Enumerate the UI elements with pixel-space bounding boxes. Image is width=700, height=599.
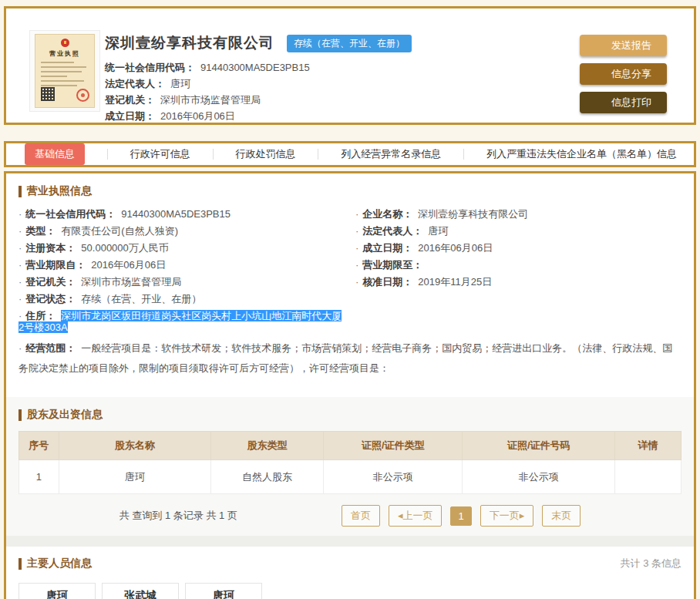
info-value: 2019年11月25日 — [418, 276, 492, 288]
column-header-detail: 详情 — [615, 432, 681, 460]
info-item-legal-rep: ·法定代表人：唐珂 — [355, 225, 681, 237]
license-title: 营业执照 — [35, 49, 94, 58]
section-title-text: 营业执照信息 — [27, 184, 92, 198]
info-item-establish-date: ·成立日期：2016年06月06日 — [355, 242, 681, 254]
bullet-icon: · — [355, 259, 358, 271]
person-card[interactable]: 张武城 监事 — [102, 583, 179, 599]
person-name: 唐珂 — [186, 589, 261, 599]
info-value: 50.000000万人民币 — [81, 242, 168, 254]
cell-shareholder-name: 唐珂 — [59, 460, 211, 494]
key-people-count: 共计 3 条信息 — [621, 557, 681, 570]
business-license-thumbnail: 营业执照 — [29, 30, 100, 112]
tab-divider — [213, 149, 214, 160]
person-card[interactable]: 唐珂 总经理 — [19, 583, 96, 599]
bullet-icon: · — [19, 310, 22, 321]
info-label: 法定代表人： — [362, 225, 422, 237]
bullet-icon: · — [355, 276, 358, 288]
field-label: 统一社会信用代码： — [105, 62, 195, 73]
info-value: 有限责任公司(自然人独资) — [61, 225, 178, 237]
shareholders-section: 股东及出资信息 序号 股东名称 股东类型 证照/证件类型 证照/证件号码 详情 — [6, 397, 694, 536]
info-item-company-type: ·类型：有限责任公司(自然人独资) — [19, 225, 345, 237]
tab-bar: 基础信息 行政许可信息 行政处罚信息 列入经营异常名录信息 列入严重违法失信企业… — [4, 141, 696, 167]
qr-code-icon — [41, 87, 55, 101]
share-info-button[interactable]: 信息分享 — [580, 63, 667, 85]
tab-serious-violation-blacklist[interactable]: 列入严重违法失信企业名单（黑名单）信息 — [486, 147, 677, 161]
tab-divider — [318, 149, 318, 160]
section-bar-icon — [19, 558, 22, 570]
key-people-cards: 唐珂 总经理 张武城 监事 唐珂 执行董事 — [19, 583, 681, 599]
info-item-term-from: ·营业期限自：2016年06月06日 — [19, 259, 345, 271]
column-header-shareholder-type: 股东类型 — [211, 432, 324, 460]
info-item-registry: ·登记机关：深圳市市场监督管理局 — [19, 276, 345, 288]
bullet-icon: · — [19, 276, 22, 288]
field-value: 91440300MA5DE3PB15 — [200, 62, 310, 73]
cell-cert-type: 非公示项 — [324, 460, 463, 494]
info-value: 2016年06月06日 — [418, 242, 493, 254]
cell-detail — [615, 460, 681, 494]
pagination: 共 查询到 1 条记录 共 1 页 首页 ◂上一页 1 下一页▸ 末页 — [19, 505, 681, 527]
bullet-icon: · — [19, 242, 22, 254]
tab-basic-info[interactable]: 基础信息 — [25, 143, 85, 165]
section-title-shareholders: 股东及出资信息 — [19, 408, 681, 422]
cell-shareholder-type: 自然人股东 — [211, 460, 324, 494]
last-page-button[interactable]: 末页 — [542, 505, 581, 527]
info-label: 统一社会信用代码： — [25, 208, 116, 220]
bullet-icon: · — [19, 208, 22, 220]
info-item-credit-code: ·统一社会信用代码：91440300MA5DE3PB15 — [19, 208, 345, 220]
info-value: 唐珂 — [428, 225, 448, 237]
red-seal-icon — [76, 89, 89, 102]
bullet-icon: · — [355, 208, 358, 220]
section-title-text: 主要人员信息 — [27, 557, 92, 570]
info-value: 一般经营项目是：软件技术研发；软件技术服务；市场营销策划；经营电子商务；国内贸易… — [19, 342, 672, 374]
pagination-buttons: 首页 ◂上一页 1 下一页▸ 末页 — [342, 505, 581, 527]
bullet-icon: · — [19, 259, 22, 271]
next-page-button[interactable]: 下一页▸ — [480, 505, 534, 527]
header-actions: 发送报告 信息分享 信息打印 — [580, 35, 667, 113]
section-divider — [6, 536, 694, 547]
table-row: 1 唐珂 自然人股东 非公示项 非公示项 — [19, 460, 681, 494]
table-header-row: 序号 股东名称 股东类型 证照/证件类型 证照/证件号码 详情 — [19, 432, 681, 460]
status-badge: 存续（在营、开业、在册） — [287, 35, 412, 52]
prev-page-button[interactable]: ◂上一页 — [389, 505, 443, 527]
info-label: 核准日期： — [362, 276, 412, 288]
info-item-approval-date: ·核准日期：2019年11月25日 — [355, 276, 681, 288]
column-header-cert-number: 证照/证件号码 — [463, 432, 615, 460]
person-name: 唐珂 — [19, 589, 95, 599]
cell-cert-number: 非公示项 — [463, 460, 615, 494]
column-header-index: 序号 — [19, 432, 59, 460]
license-info-grid: ·统一社会信用代码：91440300MA5DE3PB15 ·企业名称：深圳壹纷享… — [19, 208, 681, 379]
tab-abnormal-operation-list[interactable]: 列入经营异常名录信息 — [341, 147, 441, 161]
info-value: 91440300MA5DE3PB15 — [121, 208, 231, 220]
tab-divider — [107, 149, 108, 160]
info-item-registration-status: ·登记状态：存续（在营、开业、在册） — [19, 293, 345, 305]
info-item-registered-capital: ·注册资本：50.000000万人民币 — [19, 242, 345, 254]
info-item-company-name: ·企业名称：深圳壹纷享科技有限公司 — [355, 208, 681, 220]
tab-administrative-licensing[interactable]: 行政许可信息 — [130, 147, 190, 161]
info-item-address: ·住所：深圳市龙岗区坂田街道岗头社区岗头村上小坑山地江南时代大厦2号楼303A — [19, 310, 345, 333]
record-summary: 共 查询到 1 条记录 共 1 页 — [119, 509, 237, 523]
tab-administrative-penalty[interactable]: 行政处罚信息 — [236, 147, 296, 161]
person-card[interactable]: 唐珂 执行董事 — [185, 583, 262, 599]
first-page-button[interactable]: 首页 — [342, 505, 380, 527]
info-item-term-to: ·营业期限至： — [355, 259, 681, 271]
send-report-button[interactable]: 发送报告 — [580, 35, 667, 56]
current-page-button[interactable]: 1 — [450, 506, 471, 526]
column-header-cert-type: 证照/证件类型 — [324, 432, 463, 460]
bullet-icon: · — [19, 342, 22, 354]
info-item-business-scope: ·经营范围：一般经营项目是：软件技术研发；软件技术服务；市场营销策划；经营电子商… — [19, 338, 681, 379]
field-label: 登记机关： — [105, 94, 155, 106]
info-label: 成立日期： — [362, 242, 412, 254]
column-header-shareholder-name: 股东名称 — [59, 432, 211, 460]
bullet-icon: · — [355, 225, 358, 237]
section-title-text: 股东及出资信息 — [27, 408, 103, 422]
bullet-icon: · — [19, 225, 22, 237]
main-content-panel: 营业执照信息 ·统一社会信用代码：91440300MA5DE3PB15 ·企业名… — [4, 171, 696, 599]
print-info-button[interactable]: 信息打印 — [580, 92, 667, 113]
shareholders-table: 序号 股东名称 股东类型 证照/证件类型 证照/证件号码 详情 1 唐珂 自然人… — [19, 431, 681, 494]
info-value: 2016年06月06日 — [91, 259, 166, 271]
field-label: 成立日期： — [105, 110, 155, 122]
license-text-lines — [41, 62, 89, 86]
company-summary-panel: 营业执照 深圳壹纷享科技有限公司 存续（在营、开业、在册） 统一社会信用代码：9… — [4, 6, 696, 125]
field-value: 唐珂 — [170, 78, 190, 89]
info-label: 营业期限至： — [362, 259, 422, 271]
